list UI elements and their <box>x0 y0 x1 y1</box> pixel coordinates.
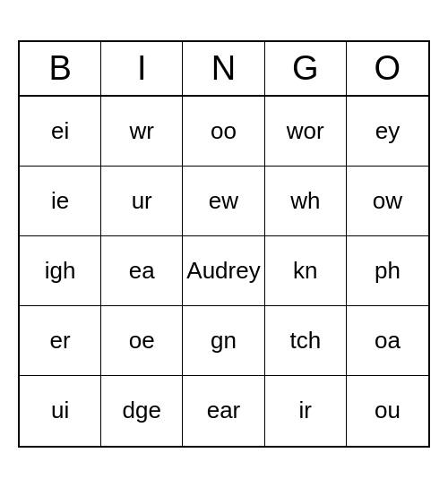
bingo-card: B I N G O ei wr oo wor ey ie ur ew wh ow… <box>18 40 430 448</box>
cell-r2c5: ow <box>347 167 428 236</box>
cell-r1c4: wor <box>265 97 347 167</box>
cell-r4c5: oa <box>347 306 428 376</box>
cell-r5c4: ir <box>265 376 347 446</box>
cell-r3c2: ea <box>101 236 183 306</box>
bingo-header: B I N G O <box>20 42 428 97</box>
cell-r4c1: er <box>20 306 101 376</box>
cell-r5c5: ou <box>347 376 428 446</box>
cell-r5c3: ear <box>183 376 264 446</box>
cell-r4c3: gn <box>183 306 264 376</box>
cell-r1c1: ei <box>20 97 101 167</box>
bingo-grid: ei wr oo wor ey ie ur ew wh ow igh ea Au… <box>20 97 428 446</box>
header-g: G <box>265 42 347 95</box>
cell-r3c1: igh <box>20 236 101 306</box>
cell-r1c5: ey <box>347 97 428 167</box>
header-o: O <box>347 42 428 95</box>
header-b: B <box>20 42 101 95</box>
header-n: N <box>183 42 264 95</box>
cell-r3c5: ph <box>347 236 428 306</box>
cell-r1c2: wr <box>101 97 183 167</box>
cell-r2c1: ie <box>20 167 101 236</box>
cell-r5c2: dge <box>101 376 183 446</box>
cell-r1c3: oo <box>183 97 264 167</box>
cell-r3c3: Audrey <box>183 236 264 306</box>
header-i: I <box>101 42 183 95</box>
cell-r3c4: kn <box>265 236 347 306</box>
cell-r2c4: wh <box>265 167 347 236</box>
cell-r2c2: ur <box>101 167 183 236</box>
cell-r5c1: ui <box>20 376 101 446</box>
cell-r4c2: oe <box>101 306 183 376</box>
cell-r4c4: tch <box>265 306 347 376</box>
cell-r2c3: ew <box>183 167 264 236</box>
